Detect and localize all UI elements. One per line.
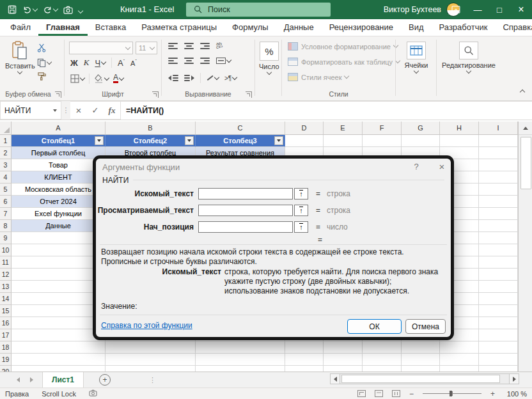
cell-I3[interactable] [479, 159, 518, 171]
cell-I4[interactable] [479, 171, 518, 184]
cell-A12[interactable] [12, 269, 106, 281]
collapse-ribbon-icon[interactable] [520, 88, 524, 95]
zoom-slider-thumb[interactable] [450, 391, 452, 396]
row-header-4[interactable]: 4 [0, 171, 12, 184]
cell-A5[interactable]: Московская область [12, 184, 106, 196]
cell-A15[interactable] [12, 305, 106, 317]
dialog-close-icon[interactable]: × [436, 161, 448, 172]
cell-I9[interactable] [479, 232, 518, 244]
close-button[interactable]: × [510, 0, 532, 19]
fill-color-button[interactable] [94, 74, 109, 83]
cell-B1[interactable]: Столбец2 [106, 135, 196, 147]
cell-C19[interactable] [196, 354, 285, 366]
tab-developer[interactable]: Разработчик [432, 19, 496, 36]
new-sheet-icon[interactable]: + [99, 374, 111, 386]
cell-A11[interactable] [12, 256, 106, 269]
cell-I19[interactable] [479, 354, 518, 366]
search-box[interactable]: Поиск [186, 3, 331, 17]
column-header-E[interactable]: E [324, 121, 363, 134]
cell-A6[interactable]: Отчет 2024 [12, 196, 106, 208]
row-header-8[interactable]: 8 [0, 220, 12, 232]
scroll-left-icon[interactable] [330, 373, 340, 384]
align-center-button[interactable] [184, 58, 194, 64]
cell-H19[interactable] [440, 354, 479, 366]
row-header-14[interactable]: 14 [0, 293, 12, 305]
tab-data[interactable]: Данные [276, 19, 322, 36]
row-header-2[interactable]: 2 [0, 147, 12, 159]
align-right-button[interactable] [200, 58, 210, 64]
borders-button[interactable] [70, 74, 84, 83]
cell-C18[interactable] [196, 341, 285, 354]
row-header-12[interactable]: 12 [0, 269, 12, 281]
cell-A17[interactable] [12, 329, 106, 341]
zoom-slider[interactable] [423, 393, 481, 394]
cell-I11[interactable] [479, 256, 518, 269]
bold-button[interactable]: Ж [70, 58, 78, 68]
row-header-16[interactable]: 16 [0, 317, 12, 329]
tab-file[interactable]: Файл [3, 19, 38, 36]
save-icon[interactable] [8, 5, 17, 14]
copy-icon[interactable] [37, 58, 51, 67]
cell-I15[interactable] [479, 305, 518, 317]
cell-I6[interactable] [479, 196, 518, 208]
vertical-scroll-thumb[interactable] [520, 137, 531, 189]
cell-B20[interactable] [106, 366, 196, 372]
font-color-button[interactable]: А [113, 74, 123, 83]
cell-I7[interactable] [479, 208, 518, 220]
wrap-text-button[interactable]: abc↩ [216, 43, 223, 49]
arg-collapse-icon-1[interactable]: ↑ [294, 188, 308, 199]
paste-button[interactable]: Вставить [5, 41, 35, 74]
row-header-11[interactable]: 11 [0, 256, 12, 269]
cell-I5[interactable] [479, 184, 518, 196]
cell-F20[interactable] [363, 366, 402, 372]
tab-insert[interactable]: Вставка [88, 19, 134, 36]
filter-dropdown-icon[interactable] [95, 136, 104, 145]
arg-collapse-icon-2[interactable]: ↑ [294, 205, 308, 216]
macro-record-icon[interactable] [89, 389, 97, 398]
cancel-formula-icon[interactable]: × [70, 105, 87, 116]
row-header-19[interactable]: 19 [0, 354, 12, 366]
sheet-tab-list1[interactable]: Лист1 [42, 372, 84, 387]
cancel-button[interactable]: Отмена [405, 319, 446, 334]
filter-dropdown-icon[interactable] [185, 136, 194, 145]
align-middle-button[interactable] [184, 43, 194, 49]
arg-input-nach-pozitsiya[interactable] [198, 221, 293, 233]
cell-A18[interactable] [12, 341, 106, 354]
italic-button[interactable]: К [84, 58, 90, 68]
cell-A20[interactable] [12, 366, 106, 372]
decrease-indent-button[interactable] [168, 75, 178, 81]
row-header-20[interactable]: 20 [0, 366, 12, 372]
row-header-1[interactable]: 1 [0, 135, 12, 147]
cells-button[interactable]: Ячейки [402, 42, 430, 73]
underline-button[interactable]: Ч [95, 58, 106, 68]
column-header-B[interactable]: B [106, 121, 196, 134]
cell-D20[interactable] [285, 366, 324, 372]
cell-A1[interactable]: Столбец1 [12, 135, 106, 147]
arg-input-prosmatrivaemyi-tekst[interactable] [198, 205, 293, 216]
filter-dropdown-icon[interactable] [274, 136, 283, 145]
row-header-17[interactable]: 17 [0, 329, 12, 341]
cell-A19[interactable] [12, 354, 106, 366]
row-header-7[interactable]: 7 [0, 208, 12, 220]
clipboard-dialog-launcher[interactable] [55, 91, 61, 98]
scroll-right-icon[interactable] [509, 373, 519, 384]
sheet-next-icon[interactable] [30, 377, 33, 382]
cell-H18[interactable] [440, 341, 479, 354]
column-header-A[interactable]: A [12, 121, 106, 134]
cell-A9[interactable] [12, 232, 106, 244]
cell-A3[interactable]: Товар [12, 159, 106, 171]
cell-B18[interactable] [106, 341, 196, 354]
cell-E1[interactable] [324, 135, 363, 147]
cell-H1[interactable] [440, 135, 479, 147]
cell-D19[interactable] [285, 354, 324, 366]
redo-button[interactable] [43, 6, 58, 14]
qat-customize-icon[interactable] [79, 4, 82, 15]
row-header-13[interactable]: 13 [0, 281, 12, 293]
horizontal-scrollbar[interactable] [330, 373, 519, 384]
normal-view-icon[interactable] [357, 390, 366, 397]
column-header-I[interactable]: I [479, 121, 518, 134]
format-painter-icon[interactable] [37, 72, 51, 82]
camera-icon[interactable] [63, 6, 73, 14]
scroll-up-icon[interactable] [519, 121, 532, 135]
tab-help[interactable]: Справка [495, 19, 532, 36]
